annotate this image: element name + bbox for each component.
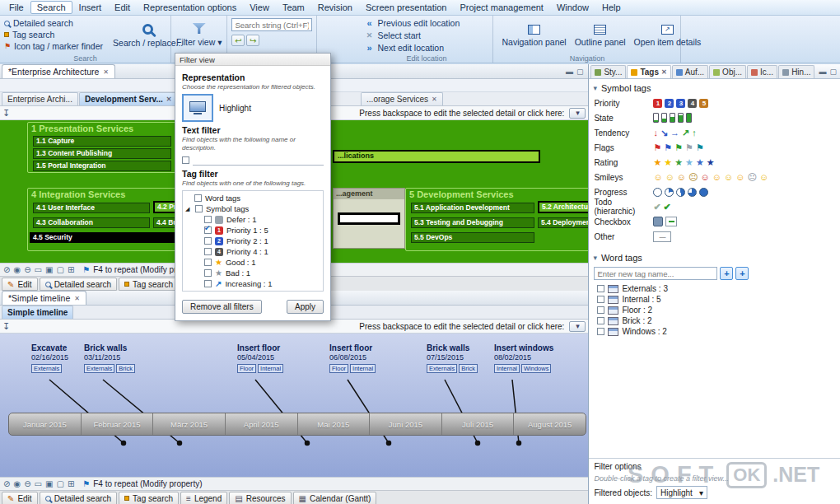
menu-window[interactable]: Window (550, 1, 595, 14)
star-icon[interactable]: ★ (696, 158, 704, 167)
diagram-item[interactable]: 1.5 Portal Integration (33, 161, 171, 171)
menu-team[interactable]: Team (276, 1, 311, 14)
menu-representation-options[interactable]: Representation options (137, 1, 243, 14)
flag-icon[interactable]: ⚑ (653, 143, 661, 152)
detail-dropdown-button[interactable]: ▾ (569, 321, 586, 332)
event-tag[interactable]: Brick (116, 364, 135, 373)
filtered-objects-select[interactable]: Highlight ▾ (656, 486, 707, 499)
battery-icon[interactable] (670, 113, 675, 123)
star-icon[interactable]: ★ (707, 158, 715, 167)
event-tag[interactable]: Internal (494, 364, 520, 373)
timeline-event[interactable]: Brick walls 03/11/2015 Externals Brick (84, 343, 135, 373)
checkbox[interactable] (597, 306, 604, 314)
battery-icon[interactable] (686, 113, 692, 123)
tab-simple-timeline-inner[interactable]: Simple timeline (2, 306, 73, 319)
word-tag-row[interactable]: Floor : 2 (589, 305, 840, 315)
checkbox[interactable] (597, 328, 604, 335)
event-tag[interactable]: Brick (459, 364, 478, 373)
section-management-partial[interactable]: ...agement (333, 188, 405, 249)
checkbox[interactable] (194, 194, 202, 202)
tree-item-priority-2[interactable]: 2 Priority 2 : 1 (183, 236, 323, 246)
tab-development-services[interactable]: Development Serv... ✕ (79, 92, 178, 105)
smiley-icon[interactable]: ☺ (677, 173, 686, 182)
next-edit-location-button[interactable]: » Next edit location (364, 42, 488, 53)
section-development-services[interactable]: 5 Development Services 5.1 Application D… (405, 188, 588, 251)
diagram-item-selected[interactable]: 5.2 Architecture (538, 201, 588, 213)
tree-item-increasing[interactable]: ↗ Increasing : 1 (183, 278, 323, 289)
checkbox[interactable] (204, 237, 212, 245)
timeline-event[interactable]: Excavate 02/16/2015 Externals (31, 343, 68, 373)
flag-icon[interactable]: ⚑ (685, 143, 693, 152)
diagram-item-highlighted-partial[interactable]: ...lications (333, 150, 540, 163)
priority-1-icon[interactable]: 1 (653, 99, 662, 108)
tab-hin[interactable]: Hin... (778, 65, 814, 78)
tab-simple-timeline[interactable]: *Simple timeline ✕ (2, 291, 86, 305)
tag-search-button[interactable]: Tag search (4, 30, 103, 40)
next-result-button[interactable]: ↪ (246, 35, 259, 46)
close-icon[interactable]: ✕ (103, 68, 109, 76)
tab-ic[interactable]: Ic... (747, 65, 777, 78)
smiley-icon[interactable]: ☺ (759, 173, 768, 182)
priority-4-icon[interactable]: 4 (688, 99, 697, 108)
timeline-canvas[interactable]: Excavate 02/16/2015 Externals Brick wall… (0, 334, 588, 477)
tree-item-bad[interactable]: ★ Bad : 1 (183, 268, 323, 278)
tab-edit[interactable]: ✎ Edit (2, 278, 38, 291)
tab-styles[interactable]: Sty... (590, 65, 626, 78)
text-filter-input[interactable] (193, 155, 324, 166)
diagram-item[interactable]: 5.4 Deployment (538, 217, 588, 228)
grid-icon[interactable]: ⊞ (68, 480, 74, 488)
word-tag-row[interactable]: Windows : 2 (589, 326, 840, 337)
empty-frame-icon[interactable]: ▢ (56, 480, 63, 488)
previous-result-button[interactable]: ↩ (231, 35, 245, 46)
symbol-tags-header[interactable]: ▾ Symbol tags (589, 79, 840, 96)
word-tag-row[interactable]: Internal : 5 (589, 294, 840, 305)
menu-search[interactable]: Search (30, 1, 72, 14)
checkbox[interactable] (597, 296, 604, 303)
other-tag-button[interactable]: — (653, 231, 671, 242)
priority-5-icon[interactable]: 5 (699, 99, 708, 108)
tree-item-good[interactable]: ★ Good : 1 (183, 257, 323, 268)
tab-storage-services[interactable]: ...orage Services ✕ (361, 92, 443, 105)
smiley-icon[interactable]: ☺ (653, 173, 662, 182)
close-icon[interactable]: ✕ (74, 295, 80, 302)
minimize-icon[interactable]: ▬ (566, 68, 573, 76)
add-tag-assign-button[interactable]: + (735, 267, 749, 280)
tab-obj[interactable]: Obj... (709, 65, 746, 78)
tab-resources[interactable]: ▤ Resources (229, 492, 291, 504)
word-tag-row[interactable]: Externals : 3 (589, 283, 840, 294)
navigation-panel-button[interactable]: Navigation panel (502, 19, 566, 53)
fill-frame-icon[interactable]: ▣ (45, 266, 53, 274)
diagram-item[interactable]: 4.1 User Interface (33, 203, 150, 213)
collapse-icon[interactable]: ⊖ (24, 480, 30, 488)
previous-edit-location-button[interactable]: « Previous edit location (364, 18, 488, 29)
highlight-representation-icon[interactable] (182, 94, 213, 122)
diagram-item[interactable]: 4.3 Collaboration (33, 217, 150, 228)
timeline-event[interactable]: Insert floor 05/04/2015 Floor Internal (237, 343, 283, 373)
checkbox[interactable] (195, 205, 203, 212)
search-input[interactable] (231, 18, 312, 31)
checkbox-checked[interactable] (204, 226, 212, 234)
toggle-icon[interactable]: ⊘ (3, 480, 10, 488)
star-icon[interactable]: ★ (653, 158, 661, 167)
battery-icon[interactable] (653, 113, 659, 123)
icon-tag-finder-button[interactable]: ⚑ Icon tag / marker finder (4, 41, 103, 51)
apply-button[interactable]: Apply (287, 300, 324, 314)
arrow-up-right-icon[interactable]: ↗ (682, 128, 689, 138)
arrow-down-right-icon[interactable]: ↘ (660, 128, 668, 138)
checkbox[interactable] (204, 259, 212, 266)
empty-frame-icon[interactable]: ▢ (56, 266, 63, 274)
progress-100-icon[interactable] (699, 188, 708, 197)
check-icon[interactable]: ✔ (664, 203, 671, 212)
checkbox[interactable] (204, 280, 212, 287)
smiley-icon[interactable]: ☺ (724, 173, 733, 182)
representation-option-highlight[interactable]: Highlight (182, 94, 324, 122)
grid-icon[interactable]: ⊞ (68, 266, 74, 274)
diagram-item-selected-black[interactable]: 4.5 Security (30, 232, 180, 243)
smiley-icon[interactable]: ☹ (748, 173, 757, 182)
tab-detailed-search[interactable]: Detailed search (40, 492, 117, 504)
progress-0-icon[interactable] (653, 188, 662, 197)
progress-50-icon[interactable] (676, 188, 685, 197)
tree-item-word-tags[interactable]: Word tags (183, 193, 323, 203)
checkbox[interactable] (204, 216, 212, 223)
tab-calendar-gantt[interactable]: ▦ Calendar (Gantt) (293, 492, 377, 504)
